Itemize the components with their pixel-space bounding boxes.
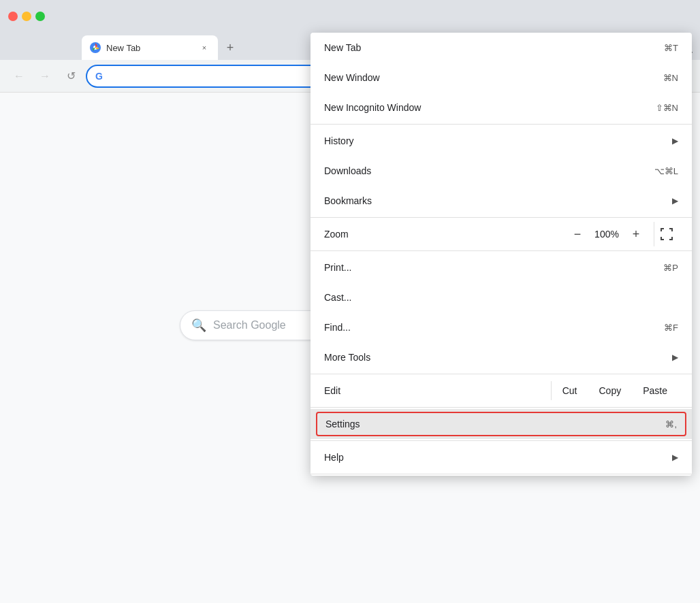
divider-3 (311, 250, 692, 251)
menu-item-incognito[interactable]: New Incognito Window ⇧⌘N (311, 93, 692, 123)
back-button[interactable]: ← (8, 65, 30, 87)
divider-6 (311, 440, 692, 441)
copy-button[interactable]: Copy (588, 381, 633, 400)
search-icon: 🔍 (191, 318, 206, 333)
bookmarks-label: Bookmarks (324, 195, 667, 206)
new-tab-shortcut: ⌘T (664, 43, 678, 53)
divider-4 (311, 374, 692, 374)
print-label: Print... (324, 262, 663, 273)
zoom-label: Zoom (324, 229, 565, 240)
tab-title: New Tab (106, 43, 193, 53)
maximize-button[interactable] (35, 12, 45, 21)
edit-actions: Cut Copy Paste (551, 381, 678, 400)
downloads-shortcut: ⌥⌘L (654, 166, 678, 176)
divider-2 (311, 217, 692, 218)
downloads-label: Downloads (324, 165, 654, 176)
zoom-value: 100% (590, 229, 624, 240)
find-shortcut: ⌘F (664, 323, 678, 333)
cut-button[interactable]: Cut (552, 381, 588, 400)
menu-item-settings[interactable]: Settings ⌘, (311, 409, 692, 439)
divider-7 (311, 474, 692, 474)
settings-label: Settings (325, 419, 665, 429)
more-tools-label: More Tools (324, 352, 667, 363)
menu-item-history[interactable]: History ▶ (311, 126, 692, 156)
menu-item-cast[interactable]: Cast... (311, 282, 692, 312)
incognito-label: New Incognito Window (324, 102, 656, 113)
print-shortcut: ⌘P (663, 263, 678, 273)
new-window-shortcut: ⌘N (663, 73, 678, 83)
chrome-favicon-icon (90, 42, 101, 53)
paste-button[interactable]: Paste (632, 381, 678, 400)
zoom-plus-button[interactable]: + (624, 222, 648, 246)
divider-5 (311, 407, 692, 408)
title-bar (0, 0, 700, 33)
edit-row: Edit Cut Copy Paste (311, 376, 692, 406)
menu-item-new-window[interactable]: New Window ⌘N (311, 63, 692, 93)
forward-button[interactable]: → (34, 65, 56, 87)
zoom-row[interactable]: Zoom − 100% + (311, 219, 692, 249)
active-tab[interactable]: New Tab × (82, 35, 218, 60)
menu-item-downloads[interactable]: Downloads ⌥⌘L (311, 156, 692, 186)
menu-item-find[interactable]: Find... ⌘F (311, 312, 692, 342)
cast-label: Cast... (324, 292, 678, 303)
help-label: Help (324, 452, 667, 463)
search-placeholder: Search Google (213, 319, 286, 331)
new-tab-label: New Tab (324, 42, 664, 53)
new-window-label: New Window (324, 72, 663, 83)
incognito-shortcut: ⇧⌘N (656, 103, 678, 113)
menu-item-help[interactable]: Help ▶ (311, 442, 692, 472)
zoom-controls: − 100% + (565, 222, 648, 246)
traffic-lights (8, 12, 45, 21)
reload-button[interactable]: ↺ (60, 65, 82, 87)
minimize-button[interactable] (22, 12, 31, 21)
menu-item-print[interactable]: Print... ⌘P (311, 252, 692, 282)
edit-label: Edit (324, 385, 551, 396)
menu-item-new-tab[interactable]: New Tab ⌘T (311, 33, 692, 63)
close-button[interactable] (8, 12, 18, 21)
new-tab-button[interactable]: + (221, 38, 240, 57)
menu-item-more-tools[interactable]: More Tools ▶ (311, 342, 692, 372)
tab-close-button[interactable]: × (199, 42, 210, 53)
menu-item-bookmarks[interactable]: Bookmarks ▶ (311, 186, 692, 216)
chrome-menu: New Tab ⌘T New Window ⌘N New Incognito W… (311, 33, 692, 476)
divider-1 (311, 124, 692, 125)
find-label: Find... (324, 322, 664, 333)
settings-highlight-box: Settings ⌘, (316, 412, 686, 436)
zoom-minus-button[interactable]: − (565, 222, 590, 246)
google-logo-small: G (95, 71, 103, 82)
settings-shortcut: ⌘, (665, 419, 677, 429)
history-label: History (324, 135, 667, 146)
fullscreen-button[interactable] (654, 222, 678, 246)
